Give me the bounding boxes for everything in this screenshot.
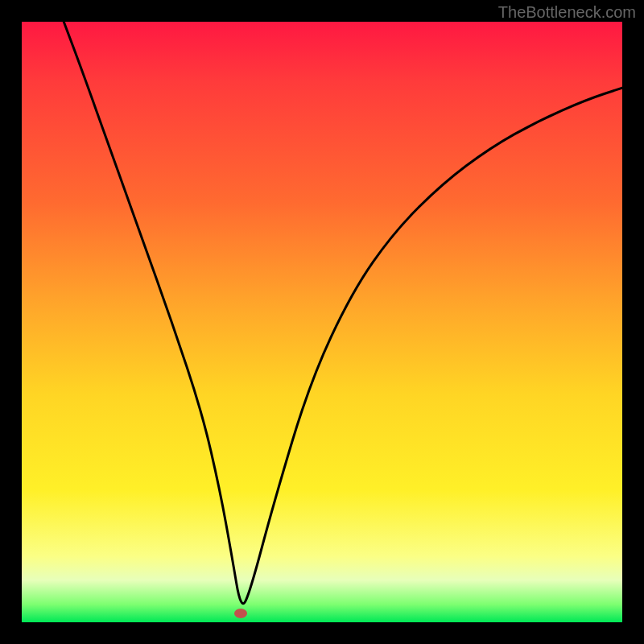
watermark-text: TheBottleneck.com: [498, 3, 636, 22]
bottleneck-curve: [64, 22, 622, 604]
curve-svg: [22, 22, 622, 622]
optimum-marker: [234, 609, 247, 618]
plot-area: [22, 22, 622, 622]
chart-frame: TheBottleneck.com: [0, 0, 644, 644]
